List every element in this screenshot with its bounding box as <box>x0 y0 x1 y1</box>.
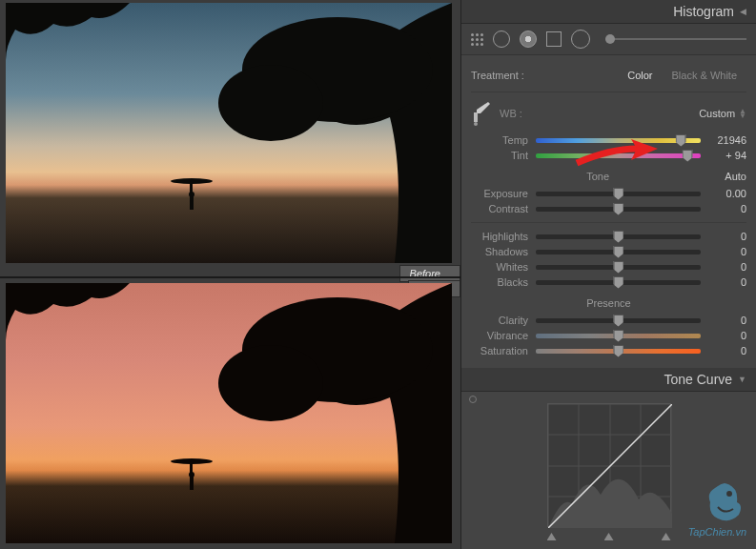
whites-label: Whites <box>471 261 528 273</box>
wb-label: WB : <box>500 108 522 119</box>
develop-right-panel: Histogram ◀ Treatment : Color Black & Wh… <box>460 0 756 549</box>
auto-tone-button[interactable]: Auto <box>725 171 746 182</box>
watermark-logo-icon <box>701 478 748 526</box>
temp-value[interactable]: 21946 <box>708 134 746 146</box>
tree-silhouette <box>204 3 452 263</box>
saturation-value[interactable]: 0 <box>708 345 746 356</box>
redeye-tool-icon[interactable] <box>520 30 537 48</box>
svg-rect-6 <box>190 196 194 210</box>
wb-dropdown[interactable]: Custom ▲▼ <box>699 108 746 119</box>
whites-value[interactable]: 0 <box>708 261 746 273</box>
watermark-text: TapChien.vn <box>688 526 746 538</box>
contrast-label: Contrast <box>471 203 528 214</box>
foliage-silhouette <box>6 3 130 60</box>
vibrance-slider[interactable] <box>536 334 701 338</box>
target-adjust-icon[interactable] <box>469 396 477 403</box>
tone-group-label: Tone <box>586 171 609 182</box>
blacks-label: Blacks <box>471 276 528 288</box>
foliage-silhouette <box>6 283 130 340</box>
svg-point-1 <box>218 65 323 141</box>
highlights-label: Highlights <box>471 231 528 242</box>
brush-size-slider[interactable] <box>605 38 746 40</box>
exposure-slider[interactable] <box>536 192 701 196</box>
tint-label: Tint <box>471 150 528 161</box>
preview-panel: Before After <box>0 0 460 549</box>
tint-slider[interactable] <box>536 153 701 158</box>
vibrance-value[interactable]: 0 <box>708 330 746 341</box>
person-silhouette <box>168 454 215 492</box>
svg-rect-2 <box>404 117 425 263</box>
saturation-slider[interactable] <box>536 349 701 354</box>
svg-point-8 <box>218 345 323 421</box>
tint-slider-row: Tint + 94 <box>471 148 746 163</box>
highlights-value[interactable]: 0 <box>708 231 746 242</box>
contrast-value[interactable]: 0 <box>708 203 746 214</box>
svg-point-24 <box>726 491 732 497</box>
temp-slider[interactable] <box>536 138 701 143</box>
clarity-value[interactable]: 0 <box>708 315 746 326</box>
svg-rect-14 <box>474 112 478 122</box>
tree-silhouette <box>204 283 452 543</box>
blacks-value[interactable]: 0 <box>708 276 746 288</box>
eyedropper-icon[interactable] <box>471 100 492 127</box>
person-silhouette <box>168 173 215 212</box>
preview-before-image[interactable] <box>6 3 452 263</box>
clarity-slider[interactable] <box>536 318 701 323</box>
crop-tool-icon[interactable] <box>471 33 483 46</box>
clarity-label: Clarity <box>471 315 528 326</box>
collapse-icon: ▼ <box>738 375 746 384</box>
shadows-label: Shadows <box>471 246 528 257</box>
radial-filter-tool-icon[interactable] <box>571 30 590 49</box>
tonecurve-header[interactable]: Tone Curve ▼ <box>461 368 756 392</box>
vibrance-label: Vibrance <box>471 330 528 341</box>
treatment-label: Treatment : <box>471 70 524 81</box>
contrast-slider[interactable] <box>536 207 701 212</box>
treatment-color-button[interactable]: Color <box>618 67 662 84</box>
svg-point-15 <box>474 122 478 126</box>
preview-divider <box>0 276 460 278</box>
preview-after-image[interactable] <box>6 283 452 543</box>
basic-panel: Treatment : Color Black & White WB : Cus… <box>461 55 756 368</box>
saturation-label: Saturation <box>471 345 528 356</box>
histogram-header[interactable]: Histogram ◀ <box>461 0 756 24</box>
highlights-slider[interactable] <box>536 234 701 239</box>
tonecurve-region-stops[interactable] <box>547 533 671 540</box>
spot-tool-icon[interactable] <box>493 30 510 48</box>
presence-group-label: Presence <box>586 297 630 309</box>
blacks-slider[interactable] <box>536 280 701 285</box>
collapse-icon: ◀ <box>740 7 746 16</box>
exposure-value[interactable]: 0.00 <box>708 188 746 199</box>
svg-rect-9 <box>404 397 425 543</box>
shadows-value[interactable]: 0 <box>708 246 746 257</box>
treatment-bw-button[interactable]: Black & White <box>663 67 746 84</box>
histogram-title: Histogram <box>673 4 734 19</box>
updown-icon: ▲▼ <box>739 109 746 118</box>
whites-slider[interactable] <box>536 265 701 270</box>
svg-rect-13 <box>190 477 194 490</box>
temp-label: Temp <box>471 134 528 146</box>
svg-rect-11 <box>190 461 193 473</box>
tonecurve-graph[interactable] <box>547 403 671 527</box>
tint-value[interactable]: + 94 <box>708 150 746 161</box>
svg-rect-4 <box>190 181 193 193</box>
shadows-slider[interactable] <box>536 250 701 254</box>
tool-strip <box>461 24 756 55</box>
exposure-label: Exposure <box>471 188 528 199</box>
grad-filter-tool-icon[interactable] <box>546 31 562 47</box>
temp-slider-row: Temp 21946 <box>471 132 746 148</box>
tonecurve-title: Tone Curve <box>664 372 732 387</box>
